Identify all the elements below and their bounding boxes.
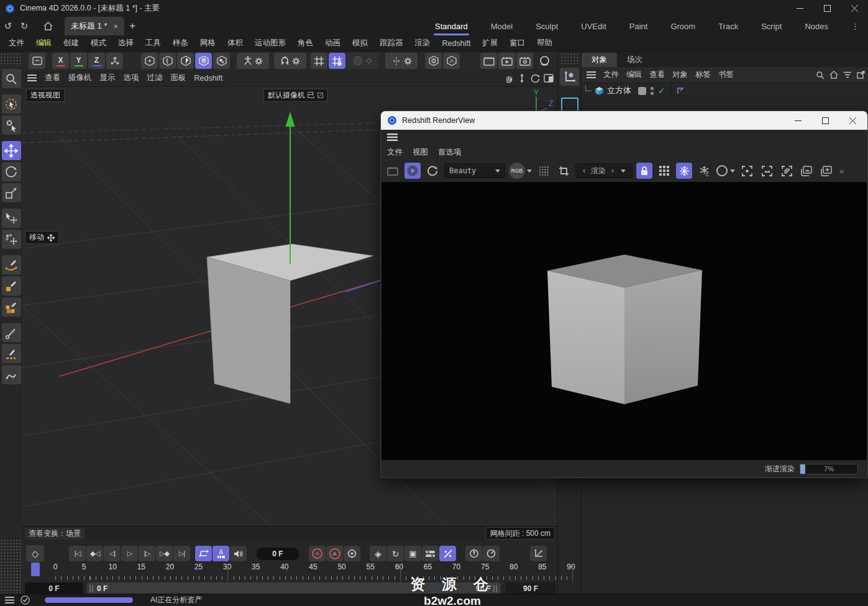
vp-menu-filter[interactable]: 过滤 <box>147 73 163 83</box>
om-menu-bookmarks[interactable]: 书签 <box>718 70 734 80</box>
home-icon[interactable] <box>40 18 56 34</box>
grid-icon[interactable] <box>311 53 327 69</box>
render-view-icon[interactable] <box>480 53 497 69</box>
om-menu-file[interactable]: 文件 <box>603 70 619 80</box>
menu-mograph[interactable]: 运动图形 <box>252 37 289 50</box>
rv-crop-icon[interactable] <box>555 163 572 179</box>
redo-icon[interactable]: ↻ <box>16 18 32 34</box>
key-position-icon[interactable]: ◈ <box>370 546 386 561</box>
grid-lock-icon[interactable] <box>329 53 345 69</box>
om-menu-object[interactable]: 对象 <box>672 70 688 80</box>
rv-toolbar-overflow-icon[interactable]: » <box>839 166 844 176</box>
axis-lock-x-button[interactable]: X <box>52 53 69 69</box>
rv-menu-file[interactable]: 文件 <box>387 147 403 158</box>
rv-snapshot-g-icon[interactable]: G <box>696 163 712 179</box>
vp-menu-display[interactable]: 显示 <box>100 73 116 83</box>
visibility-dots[interactable] <box>651 87 654 95</box>
coordinates-manager-icon[interactable] <box>560 68 579 86</box>
render-settings-icon[interactable] <box>516 53 533 69</box>
maximize-icon[interactable] <box>813 0 841 17</box>
rotate-view-icon[interactable] <box>530 73 540 83</box>
move-tool-icon[interactable] <box>2 141 21 160</box>
status-check-icon[interactable] <box>21 595 30 605</box>
rv-minimize-icon[interactable] <box>784 111 811 130</box>
menu-help[interactable]: 帮助 <box>534 37 555 50</box>
tab-takes[interactable]: 场次 <box>617 53 652 67</box>
menu-mesh[interactable]: 网格 <box>197 37 219 50</box>
goto-start-button[interactable]: |◁ <box>69 546 86 561</box>
redshift-renderview-window[interactable]: Redshift RenderView 文件 视图 首选项 Beauty RGB <box>380 111 868 478</box>
interactive-render-region-icon[interactable] <box>536 53 553 69</box>
rotate-tool-icon[interactable] <box>2 162 21 181</box>
menu-create[interactable]: 创建 <box>60 37 82 50</box>
pan-view-icon[interactable] <box>504 73 514 83</box>
status-hamburger-icon[interactable] <box>5 597 14 604</box>
object-enable-toggle[interactable] <box>638 87 646 95</box>
measure-tool-icon[interactable] <box>2 323 21 342</box>
om-menu-edit[interactable]: 编辑 <box>626 70 642 80</box>
timeline-ruler[interactable]: 051015202530354045505560657075808590 <box>47 563 579 571</box>
scale-tool-icon[interactable] <box>2 183 21 202</box>
vp-menu-camera[interactable]: 摄像机 <box>68 73 92 83</box>
coordinate-system-icon[interactable] <box>106 53 123 69</box>
rv-start-ipr-icon[interactable] <box>404 163 421 179</box>
menu-tracker[interactable]: 跟踪器 <box>377 37 406 50</box>
menu-tools[interactable]: 工具 <box>142 37 164 50</box>
workspace-tab-model[interactable]: Model <box>491 17 513 35</box>
camera-label[interactable]: 默认摄像机 已 <box>263 89 327 102</box>
rv-channel-button[interactable]: RGB <box>509 163 532 179</box>
om-filter-icon[interactable] <box>843 71 852 78</box>
model-mode-icon[interactable] <box>195 53 212 69</box>
rv-snapshot-dropdown[interactable]: ‹ 渲染 › <box>575 163 633 178</box>
axis-lock-z-button[interactable]: Z <box>88 53 105 69</box>
workspace-overflow-icon[interactable]: ⋮ <box>851 17 859 35</box>
record-keyframe-icon[interactable] <box>309 546 326 561</box>
tab-objects[interactable]: 对象 <box>582 53 617 67</box>
workspace-tab-nodes[interactable]: Nodes <box>805 17 828 35</box>
rv-lock-icon[interactable] <box>636 163 652 179</box>
om-external-icon[interactable] <box>857 71 865 79</box>
workspace-tab-standard[interactable]: Standard <box>435 17 468 35</box>
range-start-field[interactable]: 0 F <box>25 582 83 595</box>
rv-snapshot-icon[interactable] <box>676 163 692 179</box>
symmetry-button[interactable] <box>385 53 418 69</box>
play-button[interactable]: ▷ <box>121 546 138 561</box>
search-commander-icon[interactable] <box>2 69 21 88</box>
menu-simulate[interactable]: 模拟 <box>349 37 371 50</box>
workspace-tab-track[interactable]: Track <box>718 17 738 35</box>
menu-render[interactable]: 渲染 <box>412 37 434 50</box>
live-selection-icon[interactable] <box>2 94 21 114</box>
key-scale-icon[interactable]: ▣ <box>404 546 421 561</box>
rv-menu-view[interactable]: 视图 <box>413 147 428 158</box>
prev-key-button[interactable]: ◆◁ <box>86 546 103 561</box>
next-frame-button[interactable]: |▷ <box>139 546 155 561</box>
menu-animate[interactable]: 动画 <box>322 37 344 50</box>
normal-move-icon[interactable] <box>2 230 21 249</box>
workspace-tab-uvedit[interactable]: UVEdit <box>581 17 606 35</box>
tweak-tool-icon[interactable] <box>2 115 21 135</box>
rv-aov-dropdown[interactable]: Beauty <box>444 163 505 178</box>
rv-menu-preferences[interactable]: 首选项 <box>438 147 462 158</box>
dolly-view-icon[interactable] <box>518 73 526 83</box>
om-menu-tags[interactable]: 标签 <box>695 70 711 80</box>
vp-menu-panel[interactable]: 面板 <box>171 73 186 83</box>
spline-arc-tool-icon[interactable] <box>2 365 21 384</box>
solo-auto-icon[interactable]: A <box>443 53 460 69</box>
rv-fit-image-icon[interactable] <box>759 163 775 179</box>
menu-select[interactable]: 选择 <box>115 37 137 50</box>
menu-redshift[interactable]: Redshift <box>439 38 474 49</box>
toggle-panel-icon[interactable] <box>544 74 554 83</box>
key-rotation-icon[interactable]: ↻ <box>387 546 404 561</box>
rv-add-snapshot-icon[interactable] <box>818 163 834 179</box>
spline-pen-icon[interactable] <box>2 255 21 274</box>
play-mode-icon[interactable]: A <box>212 546 229 561</box>
polygons-mode-icon[interactable] <box>177 53 194 69</box>
object-mode-icon[interactable] <box>213 53 230 69</box>
range-end-field[interactable]: 90 F <box>506 582 555 595</box>
rv-render-icon[interactable] <box>385 163 401 179</box>
spline-smooth-icon[interactable] <box>2 344 21 363</box>
next-key-button[interactable]: ▷◆ <box>156 546 173 561</box>
record-dial-icon[interactable] <box>483 546 500 561</box>
rv-refresh-icon[interactable] <box>424 163 441 179</box>
prev-frame-button[interactable]: ◁| <box>104 546 121 561</box>
